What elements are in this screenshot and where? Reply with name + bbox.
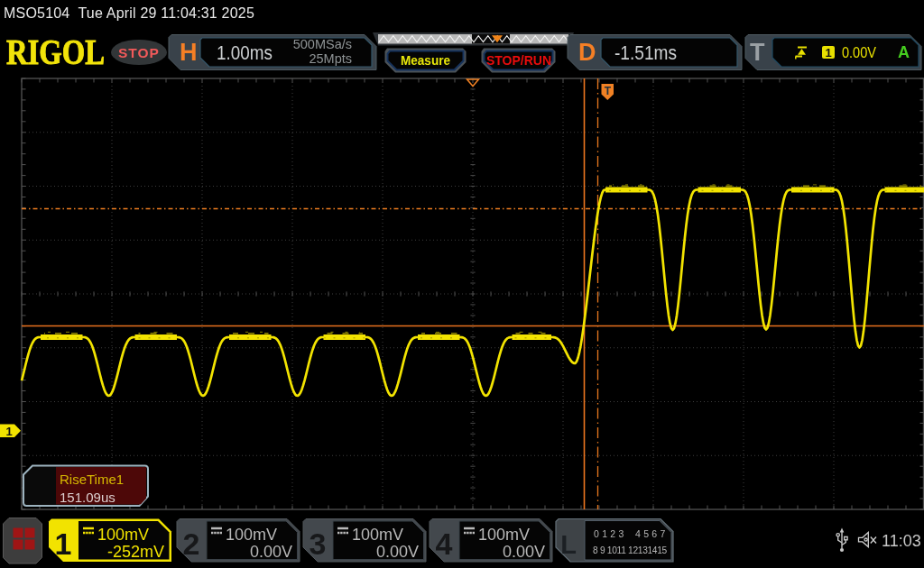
svg-text:4: 4	[436, 527, 453, 561]
svg-text:25Mpts: 25Mpts	[309, 51, 352, 66]
svg-text:1.00ms: 1.00ms	[217, 41, 273, 64]
svg-text:0.00V: 0.00V	[503, 543, 545, 561]
svg-text:1: 1	[825, 46, 831, 60]
svg-text:-252mV: -252mV	[107, 543, 164, 561]
svg-text:500MSa/s: 500MSa/s	[293, 37, 352, 51]
svg-text:4 5 6 7: 4 5 6 7	[635, 528, 666, 539]
svg-text:8 9 1011 12131415: 8 9 1011 12131415	[593, 545, 668, 555]
svg-text:L: L	[560, 530, 577, 559]
svg-text:3: 3	[310, 527, 327, 561]
svg-text:STOP/RUN: STOP/RUN	[486, 52, 551, 68]
svg-text:1: 1	[55, 527, 72, 561]
svg-text:151.09us: 151.09us	[60, 490, 116, 505]
svg-text:Measure: Measure	[401, 52, 450, 68]
svg-text:-1.51ms: -1.51ms	[614, 41, 677, 64]
svg-text:1: 1	[5, 425, 12, 438]
svg-text:D: D	[578, 39, 596, 66]
svg-text:100mV: 100mV	[352, 526, 403, 544]
svg-text:100mV: 100mV	[478, 526, 530, 544]
svg-text:100mV: 100mV	[97, 526, 149, 544]
svg-text:11:03: 11:03	[882, 532, 921, 550]
svg-text:A: A	[898, 43, 910, 61]
svg-text:T: T	[750, 39, 765, 66]
svg-text:RIGOL: RIGOL	[6, 32, 105, 72]
svg-text:2: 2	[183, 527, 200, 561]
svg-text:H: H	[180, 39, 198, 66]
svg-text:0.00V: 0.00V	[376, 543, 419, 561]
svg-text:100mV: 100mV	[226, 526, 277, 544]
svg-text:0 1 2 3: 0 1 2 3	[594, 528, 624, 539]
svg-text:0.00V: 0.00V	[250, 543, 292, 561]
svg-text:T: T	[605, 85, 612, 97]
svg-text:0.00V: 0.00V	[842, 44, 877, 61]
svg-text:RiseTime1: RiseTime1	[60, 472, 124, 487]
svg-text:STOP: STOP	[118, 45, 160, 60]
